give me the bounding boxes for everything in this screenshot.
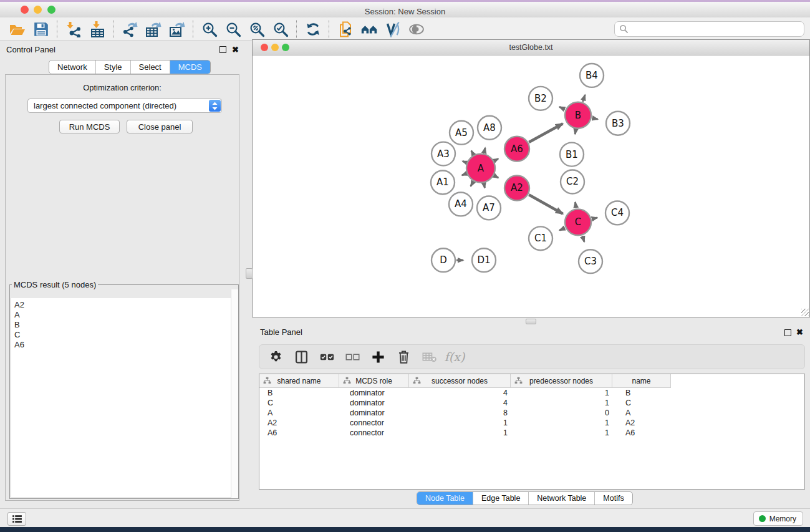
graph-edge-B-B4[interactable] bbox=[583, 95, 586, 102]
graph-edge-A-A2[interactable] bbox=[494, 176, 498, 178]
graph-node-C2[interactable]: C2 bbox=[561, 170, 584, 194]
column-header-mcds-role[interactable]: MCDS role bbox=[339, 374, 409, 387]
criterion-select[interactable]: largest connected component (directed) bbox=[27, 99, 222, 113]
result-item[interactable]: A2 bbox=[11, 298, 237, 310]
cell[interactable]: 1 bbox=[511, 399, 612, 407]
column-header-predecessor-nodes[interactable]: predecessor nodes bbox=[511, 374, 612, 387]
graph-node-A2[interactable]: A2 bbox=[504, 176, 529, 201]
save-session-button[interactable] bbox=[31, 19, 51, 39]
task-history-button[interactable] bbox=[7, 512, 26, 526]
tab-style[interactable]: Style bbox=[95, 60, 130, 74]
zoom-fit-button[interactable] bbox=[247, 19, 266, 39]
table-row[interactable]: A6connector11A6 bbox=[259, 428, 804, 438]
table-tab-network-table[interactable]: Network Table bbox=[528, 492, 594, 505]
graph-edge-A-A7[interactable] bbox=[484, 183, 485, 188]
cell[interactable]: 4 bbox=[409, 389, 511, 397]
cell[interactable]: 1 bbox=[511, 428, 612, 437]
horizontal-splitter-grip[interactable] bbox=[526, 319, 536, 324]
graph-node-B3[interactable]: B3 bbox=[606, 112, 630, 135]
cell[interactable]: 0 bbox=[511, 409, 612, 417]
toggle-graphics-details-button[interactable] bbox=[383, 19, 402, 39]
table-row[interactable]: Cdominator41C bbox=[259, 398, 804, 408]
graph-edge-A-A5[interactable] bbox=[471, 151, 473, 155]
zoom-out-button[interactable] bbox=[223, 19, 243, 39]
graph-edge-A2-C[interactable] bbox=[529, 195, 562, 213]
show-hide-panel-button[interactable] bbox=[407, 19, 426, 39]
cell[interactable]: A2 bbox=[259, 418, 339, 427]
cell[interactable]: connector bbox=[339, 418, 409, 427]
graph-node-D1[interactable]: D1 bbox=[472, 248, 496, 272]
open-session-button[interactable] bbox=[7, 19, 27, 39]
cell[interactable]: B bbox=[259, 389, 339, 397]
search-field[interactable] bbox=[614, 21, 804, 37]
graph-node-B2[interactable]: B2 bbox=[529, 87, 552, 110]
graph-node-A4[interactable]: A4 bbox=[449, 192, 473, 216]
table-tab-node-table[interactable]: Node Table bbox=[417, 492, 473, 505]
cell[interactable]: 1 bbox=[409, 418, 511, 427]
graph-edge-A-A3[interactable] bbox=[463, 161, 466, 162]
graph-node-D[interactable]: D bbox=[432, 248, 455, 272]
graph-node-C[interactable]: C bbox=[565, 209, 591, 235]
result-item[interactable]: A bbox=[11, 310, 237, 320]
graph-edge-A6-B[interactable] bbox=[529, 123, 562, 142]
zoom-selected-button[interactable] bbox=[271, 19, 290, 39]
graph-edge-A-A8[interactable] bbox=[484, 148, 485, 153]
cell[interactable]: A bbox=[259, 409, 339, 417]
cell[interactable]: B bbox=[612, 389, 671, 397]
float-panel-icon[interactable] bbox=[219, 46, 226, 53]
result-item[interactable]: A6 bbox=[11, 340, 237, 350]
network-canvas[interactable]: B4B2BB3A8A5A6A3B1AC2A1A2A4A7C4CC1DD1C3 bbox=[253, 56, 809, 317]
run-mcds-button[interactable]: Run MCDS bbox=[59, 120, 120, 133]
frame-resize-handle[interactable] bbox=[801, 309, 809, 316]
cell[interactable]: connector bbox=[339, 428, 409, 437]
export-network-button[interactable] bbox=[120, 19, 139, 39]
cell[interactable]: A6 bbox=[259, 428, 339, 437]
float-table-panel-icon[interactable] bbox=[784, 329, 791, 336]
graph-node-B1[interactable]: B1 bbox=[560, 143, 584, 167]
refresh-button[interactable] bbox=[303, 19, 322, 39]
graph-node-A3[interactable]: A3 bbox=[432, 142, 455, 166]
column-header-shared-name[interactable]: shared name bbox=[259, 374, 339, 387]
table-row[interactable]: Adominator80A bbox=[259, 408, 804, 418]
cell[interactable]: dominator bbox=[339, 399, 409, 407]
graph-edge-B-B2[interactable] bbox=[559, 107, 565, 109]
tab-network[interactable]: Network bbox=[49, 60, 95, 74]
import-network-button[interactable] bbox=[64, 19, 83, 39]
cell[interactable]: 8 bbox=[409, 409, 511, 417]
cell[interactable]: 4 bbox=[409, 399, 511, 407]
graph-edge-C-C1[interactable] bbox=[559, 228, 565, 230]
cell[interactable]: A6 bbox=[612, 428, 671, 437]
table-tab-edge-table[interactable]: Edge Table bbox=[473, 492, 528, 505]
result-item[interactable]: B bbox=[11, 320, 237, 330]
cell[interactable]: C bbox=[259, 399, 339, 407]
graph-node-A6[interactable]: A6 bbox=[504, 137, 529, 162]
close-panel-icon[interactable]: ✖ bbox=[232, 46, 239, 54]
mcds-result-list[interactable]: A2ABCA6 bbox=[11, 298, 237, 497]
graph-edge-C-C2[interactable] bbox=[576, 202, 576, 208]
network-frame-titlebar[interactable]: testGlobe.txt bbox=[253, 40, 809, 56]
graph-edge-A-A4[interactable] bbox=[471, 181, 473, 186]
cell[interactable]: C bbox=[612, 399, 671, 407]
tab-mcds[interactable]: MCDS bbox=[170, 60, 210, 74]
graph-edge-C-C3[interactable] bbox=[582, 236, 584, 242]
cell[interactable]: dominator bbox=[339, 389, 409, 397]
table-tab-motifs[interactable]: Motifs bbox=[594, 492, 632, 505]
settings-button[interactable] bbox=[267, 348, 284, 365]
cell[interactable]: 1 bbox=[511, 389, 612, 397]
export-image-button[interactable] bbox=[167, 19, 186, 39]
vertical-splitter-grip[interactable] bbox=[246, 268, 253, 279]
graph-node-A7[interactable]: A7 bbox=[477, 196, 501, 220]
close-panel-button[interactable]: Close panel bbox=[127, 120, 193, 133]
graph-edge-C-C4[interactable] bbox=[592, 218, 597, 219]
graph-node-C3[interactable]: C3 bbox=[579, 249, 602, 273]
graph-node-A[interactable]: A bbox=[466, 154, 495, 183]
deselect-all-button[interactable] bbox=[344, 348, 361, 365]
graph-node-B[interactable]: B bbox=[565, 102, 591, 128]
graph-node-C1[interactable]: C1 bbox=[529, 226, 552, 250]
cell[interactable]: A2 bbox=[612, 418, 671, 427]
cell[interactable]: 1 bbox=[409, 428, 511, 437]
zoom-in-button[interactable] bbox=[200, 19, 219, 39]
split-panel-button[interactable] bbox=[292, 348, 310, 365]
memory-button[interactable]: Memory bbox=[753, 511, 803, 526]
search-input[interactable] bbox=[631, 21, 804, 37]
